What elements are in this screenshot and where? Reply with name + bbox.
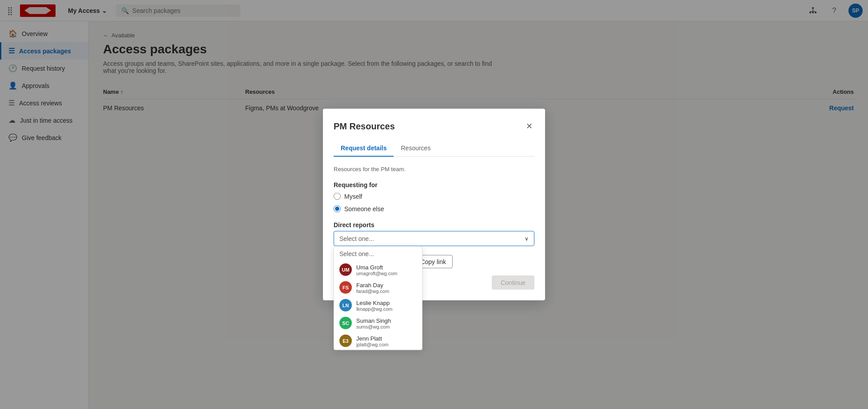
modal-description: Resources for the PM team. [334,166,534,172]
someone-else-radio[interactable] [334,205,341,213]
tab-request-details[interactable]: Request details [334,140,394,157]
radio-someone-else[interactable]: Someone else [334,205,534,213]
radio-group: Myself Someone else [334,193,534,213]
modal-title: PM Resources [334,121,395,131]
uma-groft-avatar: UM [339,264,352,276]
myself-radio[interactable] [334,193,341,200]
direct-reports-dropdown[interactable]: Select one... ∨ [334,231,534,246]
modal-tabs: Request details Resources [334,140,534,157]
continue-button[interactable]: Continue [492,276,534,290]
copy-link-label: Copy link [420,258,446,265]
dropdown-item-suman-singh[interactable]: SC Suman Singh sums@wg.com [334,314,422,332]
modal-header: PM Resources ✕ [334,120,534,133]
leslie-knapp-avatar: LN [339,299,352,312]
jenn-platt-avatar: E3 [339,335,352,347]
dropdown-item-uma-groft[interactable]: UM Uma Groft umagroft@wg.com [334,261,422,279]
dropdown-list: Select one... UM Uma Groft umagroft@wg.c… [334,246,422,350]
uma-groft-info: Uma Groft umagroft@wg.com [356,264,397,276]
direct-reports-label: Direct reports [334,221,534,229]
leslie-knapp-info: Leslie Knapp lknapp@wg.com [356,299,392,311]
dropdown-placeholder-item[interactable]: Select one... [334,247,422,261]
dropdown-selected-value: Select one... [339,235,374,242]
suman-singh-avatar: SC [339,317,352,329]
chevron-down-icon: ∨ [525,236,529,242]
pm-resources-modal: PM Resources ✕ Request details Resources… [323,109,545,301]
close-icon: ✕ [526,122,533,131]
suman-singh-info: Suman Singh sums@wg.com [356,317,391,329]
dropdown-item-jenn-platt[interactable]: E3 Jenn Platt jplatt@wg.com [334,332,422,350]
modal-close-button[interactable]: ✕ [524,120,534,133]
tab-resources[interactable]: Resources [394,140,438,157]
requesting-for-label: Requesting for [334,181,534,188]
direct-reports-dropdown-wrapper: Select one... ∨ Select one... UM Uma Gro… [334,231,534,246]
dropdown-item-leslie-knapp[interactable]: LN Leslie Knapp lknapp@wg.com [334,297,422,314]
jenn-platt-info: Jenn Platt jplatt@wg.com [356,335,388,347]
farah-day-avatar: FS [339,281,352,294]
radio-myself[interactable]: Myself [334,193,534,200]
farah-day-info: Farah Day farad@wg.com [356,281,389,293]
dropdown-item-farah-day[interactable]: FS Farah Day farad@wg.com [334,279,422,297]
